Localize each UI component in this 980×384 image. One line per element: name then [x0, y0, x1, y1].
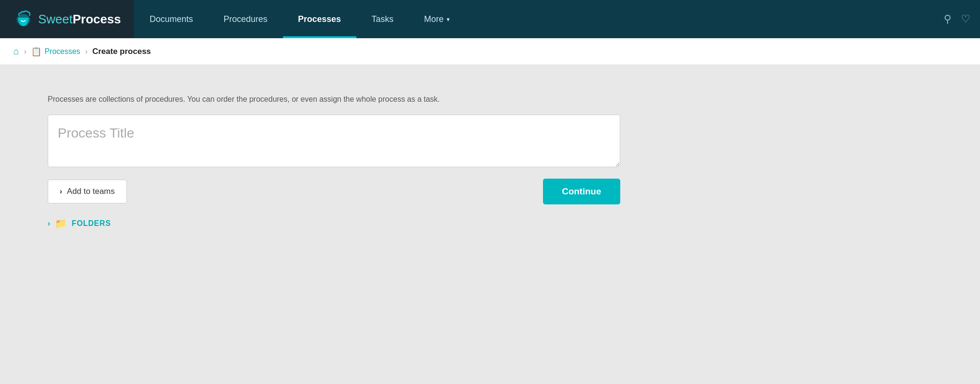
actions-row: › Add to teams Continue	[48, 179, 620, 204]
search-icon[interactable]: ⚲	[944, 13, 951, 25]
navbar-actions: ⚲ ♡	[934, 0, 980, 38]
description-text: Processes are collections of procedures.…	[48, 94, 620, 105]
more-chevron-icon: ▾	[447, 16, 450, 23]
main-content: Processes are collections of procedures.…	[0, 65, 668, 258]
nav-processes[interactable]: Processes	[283, 0, 356, 38]
nav-documents[interactable]: Documents	[134, 0, 208, 38]
breadcrumb-sep-1: ›	[24, 47, 26, 56]
folders-icon: 📁	[55, 218, 67, 229]
brand-name: SweetProcess	[38, 12, 121, 27]
navbar: SweetProcess Documents Procedures Proces…	[0, 0, 980, 38]
nav-procedures[interactable]: Procedures	[209, 0, 283, 38]
folders-row[interactable]: › 📁 FOLDERS	[48, 218, 620, 229]
breadcrumb: ⌂ › 📋 Processes › Create process	[0, 38, 980, 65]
breadcrumb-sep-2: ›	[85, 47, 87, 56]
add-teams-chevron-icon: ›	[60, 187, 62, 196]
breadcrumb-current: Create process	[92, 47, 151, 56]
bell-icon[interactable]: ♡	[961, 13, 970, 25]
breadcrumb-processes-label: Processes	[44, 47, 80, 56]
nav-more[interactable]: More ▾	[409, 0, 465, 38]
nav-tasks[interactable]: Tasks	[356, 0, 409, 38]
processes-folder-icon: 📋	[31, 46, 42, 57]
brand-icon	[13, 9, 33, 29]
continue-button[interactable]: Continue	[543, 179, 620, 204]
folders-chevron-icon: ›	[48, 219, 50, 228]
nav-menu: Documents Procedures Processes Tasks Mor…	[134, 0, 934, 38]
add-to-teams-button[interactable]: › Add to teams	[48, 180, 127, 203]
breadcrumb-processes-link[interactable]: 📋 Processes	[31, 46, 80, 57]
folders-label: FOLDERS	[72, 219, 111, 228]
process-title-input[interactable]	[48, 115, 620, 167]
brand: SweetProcess	[0, 0, 134, 38]
home-icon[interactable]: ⌂	[13, 46, 19, 57]
brand-logo[interactable]: SweetProcess	[13, 9, 121, 29]
